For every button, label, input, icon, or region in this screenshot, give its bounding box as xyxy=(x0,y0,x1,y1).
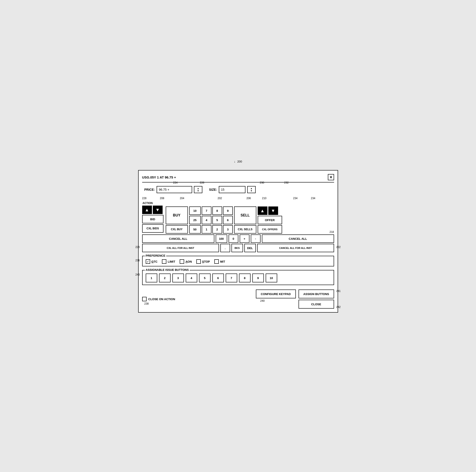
key-7[interactable]: 7 xyxy=(202,207,211,215)
ref-206-label: 206 xyxy=(247,197,251,200)
ref-200-label: 200 xyxy=(237,160,242,163)
pref-aon: AON xyxy=(180,259,192,264)
issue-btn-8[interactable]: 8 xyxy=(239,274,251,282)
size-input[interactable] xyxy=(219,186,245,193)
ref-228-label: 228 xyxy=(142,197,147,200)
configure-keypad-button[interactable]: CONFIGURE KEYPAD xyxy=(256,290,296,298)
key-100[interactable]: 100 xyxy=(216,234,227,243)
assignable-section: ASSIGNABLE ISSUE BUTTONS 1 2 3 4 5 6 7 8… xyxy=(142,270,334,285)
issue-btn-10[interactable]: 10 xyxy=(266,274,277,282)
ref-230-label: 230 xyxy=(260,181,264,184)
size-spinner[interactable]: ▲ ▼ xyxy=(247,186,256,193)
key-del[interactable]: DEL xyxy=(244,244,256,252)
cxl-all-inst-left-button[interactable]: CXL ALL FOR ALL INST xyxy=(142,244,219,252)
ref-241-label: 241 xyxy=(336,290,340,293)
issue-btn-1[interactable]: 1 xyxy=(146,274,157,282)
ref-243-label: 243 xyxy=(136,273,140,276)
issue-btn-7[interactable]: 7 xyxy=(226,274,237,282)
key-10[interactable]: 10 xyxy=(189,207,201,215)
ref-226-label: 226 xyxy=(200,181,204,184)
action-down-button[interactable]: ▼ xyxy=(153,206,163,214)
cancel-all-left-button[interactable]: CANCEL ALL xyxy=(142,234,214,243)
cxl-all-inst-right-button[interactable]: CANCEL ALL FOR ALL INST xyxy=(257,244,334,252)
ref-210-label: 210 xyxy=(262,197,267,200)
issue-btn-5[interactable]: 5 xyxy=(199,274,211,282)
pref-stop-checkbox[interactable] xyxy=(196,259,201,264)
cancel-all-right-button[interactable]: CANCEL ALL xyxy=(262,234,334,243)
buy-button[interactable]: BUY xyxy=(166,207,188,224)
pref-gtc-checkbox[interactable]: ✓ xyxy=(146,259,150,264)
close-button[interactable]: CLOSE xyxy=(299,300,334,309)
cxl-offers-button[interactable]: CXL OFFERS xyxy=(258,225,282,234)
offer-button[interactable]: OFFER xyxy=(258,216,282,224)
ref-240-label: 240 xyxy=(260,299,265,302)
key-8[interactable]: 8 xyxy=(212,207,222,215)
key-bks[interactable]: BKS xyxy=(231,244,243,252)
title-bar: USG.05Y 1 AT 96.75 + ✕ xyxy=(142,174,334,182)
ref-218-label: 218 xyxy=(329,230,334,234)
ref-204-label: 204 xyxy=(180,197,184,200)
bid-button[interactable]: BID xyxy=(142,215,164,223)
ref-234b-label: 234 xyxy=(311,197,315,200)
key-3[interactable]: 3 xyxy=(223,225,233,234)
preference-items: ✓ GTC LIMIT AON STOP xyxy=(146,259,330,264)
pref-limit-label: LIMIT xyxy=(168,260,175,263)
window-title: USG.05Y 1 AT 96.75 + xyxy=(142,175,176,179)
issue-btn-9[interactable]: 9 xyxy=(252,274,264,282)
outer-container: ↓ 200 USG.05Y 1 AT 96.75 + ✕ 224 226 230… xyxy=(138,159,338,313)
pref-mit: MIT xyxy=(214,259,225,264)
key-plus[interactable]: + xyxy=(240,234,249,243)
cxl-sells-button[interactable]: CXL SELLS xyxy=(234,225,256,234)
price-spinner-down-icon: ▼ xyxy=(197,190,199,192)
price-spinner-up-icon: ▲ xyxy=(197,187,199,190)
pref-mit-checkbox[interactable] xyxy=(214,259,219,264)
ref-234a-label: 234 xyxy=(293,197,298,200)
issue-btn-3[interactable]: 3 xyxy=(172,274,184,282)
pref-gtc-label: GTC xyxy=(152,260,157,263)
ref-220-label: 220 xyxy=(136,245,140,249)
key-6[interactable]: 6 xyxy=(223,216,233,224)
issue-btn-6[interactable]: 6 xyxy=(212,274,224,282)
cxl-buy-button[interactable]: CXL BUY xyxy=(166,225,188,234)
ref-222-label: 222 xyxy=(336,245,340,249)
price-input[interactable] xyxy=(157,186,192,193)
key-minus[interactable]: - xyxy=(251,234,261,243)
size-spinner-down-icon: ▼ xyxy=(250,190,253,192)
key-5[interactable]: 5 xyxy=(212,216,222,224)
key-50[interactable]: 50 xyxy=(189,225,201,234)
price-spinner[interactable]: ▲ ▼ xyxy=(194,186,202,193)
preference-title: PREFERENCE xyxy=(145,254,166,257)
key-0[interactable]: 0 xyxy=(229,234,238,243)
pref-stop: STOP xyxy=(196,259,210,264)
price-group: PRICE: ▲ ▼ xyxy=(144,186,202,193)
pref-aon-checkbox[interactable] xyxy=(180,259,184,264)
window-close-button[interactable]: ✕ xyxy=(328,174,334,180)
pref-limit-checkbox[interactable] xyxy=(162,259,166,264)
key-2[interactable]: 2 xyxy=(212,225,222,234)
issue-btn-4[interactable]: 4 xyxy=(186,274,197,282)
cxl-bids-button[interactable]: CXL BIDS xyxy=(142,224,164,233)
sell-button[interactable]: SELL xyxy=(234,207,256,224)
issue-btn-2[interactable]: 2 xyxy=(159,274,170,282)
size-label: SIZE: xyxy=(209,188,217,191)
assignable-items: 1 2 3 4 5 6 7 8 9 10 xyxy=(146,274,330,282)
key-dot[interactable]: . xyxy=(220,244,230,252)
preference-section: PREFERENCE ✓ GTC LIMIT AON xyxy=(142,256,334,266)
ref-208-label: 208 xyxy=(160,197,164,200)
ref-242-label: 242 xyxy=(336,306,340,309)
close-on-action-checkbox[interactable] xyxy=(142,297,147,301)
pref-limit: LIMIT xyxy=(162,259,175,264)
key-1[interactable]: 1 xyxy=(202,225,211,234)
ref-224-label: 224 xyxy=(173,181,178,184)
price-label: PRICE: xyxy=(144,188,155,191)
key-4[interactable]: 4 xyxy=(202,216,211,224)
assign-buttons-button[interactable]: ASSIGN BUTTONS xyxy=(299,290,334,298)
key-25[interactable]: 25 xyxy=(189,216,201,224)
action-up-button[interactable]: ▲ xyxy=(142,206,152,214)
main-window: USG.05Y 1 AT 96.75 + ✕ 224 226 230 232 P… xyxy=(138,170,338,313)
offer-up-button[interactable]: ▲ xyxy=(258,207,267,215)
key-9[interactable]: 9 xyxy=(223,207,233,215)
size-group: SIZE: ▲ ▼ xyxy=(209,186,256,193)
pref-stop-label: STOP xyxy=(202,260,210,263)
offer-down-button[interactable]: ▼ xyxy=(268,207,278,215)
